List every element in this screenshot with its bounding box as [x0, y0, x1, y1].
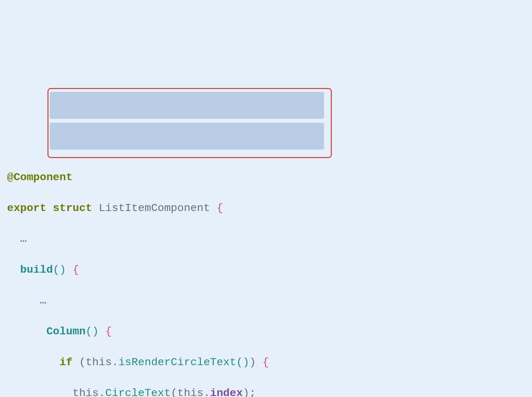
- code-line: export struct ListItemComponent {: [7, 200, 525, 216]
- highlight-row-1: [50, 92, 324, 119]
- code-line: @Component: [7, 170, 525, 185]
- code-line: this.CircleText(this.index);: [7, 385, 525, 397]
- highlight-row-2: [50, 123, 324, 150]
- ellipsis-icon: …: [40, 295, 47, 307]
- ellipsis-icon: …: [20, 233, 27, 245]
- build-method: build: [20, 264, 53, 276]
- column-call: Column: [46, 325, 85, 338]
- code-line: Column() {: [7, 324, 525, 339]
- decorator-name: Component: [13, 171, 73, 183]
- code-line: build() {: [7, 262, 525, 278]
- code-line: if (this.isRenderCircleText()) {: [7, 355, 525, 370]
- highlight-box: [47, 88, 332, 158]
- code-line: …: [7, 231, 525, 247]
- code-block: @Component export struct ListItemCompone…: [0, 0, 532, 397]
- code-line: …: [7, 293, 525, 308]
- decorator-at: @: [7, 171, 13, 183]
- class-name: ListItemComponent: [99, 202, 210, 214]
